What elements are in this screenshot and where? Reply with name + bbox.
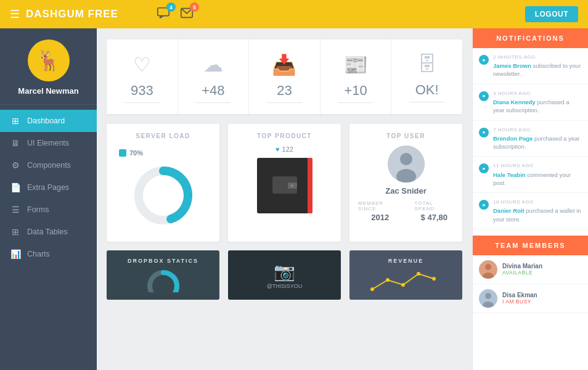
notifications-title: NOTIFICATIONS [473,28,588,48]
product-stripe [308,158,312,213]
chat-badge: 4 [166,2,176,12]
list-icon: ☰ [10,205,21,215]
instagram-icon: 📷 [274,261,295,282]
notif-time: 11 HOURS AGO [493,162,582,169]
notif-text-2: 3 HOURS AGO Diana Kennedy purchased a ye… [493,90,582,115]
heart-icon-small: ♥ [276,146,280,153]
top-product-title: TOP PRODUCT [237,133,332,139]
team-info-2: Disa Ekman I AM BUSY [502,292,537,305]
sidebar-item-data-tables[interactable]: ⊞ Data Tables [0,221,97,243]
team-member-1: Divina Marian AVAILABLE [473,255,588,284]
sidebar-item-label: UI Elements [27,139,69,147]
stats-row: ♡ 933 ☁ +48 📥 23 📰 +10 🗄 OK! [107,39,462,114]
mail-icon-button[interactable]: 5 [179,6,195,22]
team-members-title: TEAM MEMBERS [473,236,588,255]
notif-person[interactable]: Hale Teabin [493,171,526,178]
notif-time: 2 MINUTES AGO [493,54,582,60]
donut-chart [119,162,207,229]
main-content: ♡ 933 ☁ +48 📥 23 📰 +10 🗄 OK! [97,28,472,370]
user-stats-row: MEMBER SINCE 2012 TOTAL SPEND $ 47,80 [358,200,454,222]
notif-text-4: 11 HOURS AGO Hale Teabin commented your … [493,162,582,187]
notif-person[interactable]: Brendon Page [493,135,533,142]
team-member-2: Disa Ekman I AM BUSY [473,284,588,313]
menu-hamburger-icon[interactable]: ☰ [10,7,20,21]
sidebar-item-label: Extra Pages [27,183,69,192]
stat-likes-value: 933 [131,83,153,99]
stat-divider [196,102,231,103]
member-since-stat: MEMBER SINCE 2012 [358,200,402,222]
topbar: ☰ DASHGUM FREE 4 5 logout [0,0,588,28]
donut-label: 70% [119,149,143,157]
user-wrap: Zac Snider MEMBER SINCE 2012 TOTAL SPEND… [358,146,454,222]
stat-db: 🗄 OK! [391,39,462,114]
user-portrait [388,146,425,183]
chart-icon: 📊 [10,249,21,259]
profile-name: Marcel Newman [18,86,78,96]
notif-person[interactable]: James Brown [493,62,531,69]
sidebar-item-extra-pages[interactable]: 📄 Extra Pages [0,176,97,199]
svg-point-18 [485,264,491,270]
dropbox-title: DROPBOX STATICS [128,258,198,264]
stat-news: 📰 +10 [321,39,392,114]
stat-news-value: +10 [344,83,367,99]
sidebar-item-dashboard[interactable]: ⊞ Dashboard [0,110,97,132]
stat-cloud: ☁ +48 [178,39,250,114]
team-member-name: Divina Marian [502,263,542,269]
svg-point-8 [400,153,412,165]
top-user-title: TOP USER [358,133,454,139]
svg-point-16 [432,277,436,281]
instagram-handle: @THISISYOU [267,283,303,289]
app-title: DASHGUM FREE [26,8,118,20]
dashboard-icon: ⊞ [10,116,21,126]
newspaper-icon: 📰 [343,53,368,76]
stat-divider [409,102,444,102]
top-product-widget: TOP PRODUCT ♥ 122 [228,124,341,242]
sidebar-item-charts[interactable]: 📊 Charts [0,243,97,265]
stat-likes: ♡ 933 [107,39,178,114]
donut-indicator [119,149,126,157]
topbar-icons: 4 5 [155,6,195,22]
notif-person[interactable]: Danier Roit [493,207,525,214]
logout-button[interactable]: logout [525,6,578,22]
notification-item: ● 18 HOURS AGO Danier Roit purchased a w… [473,193,588,229]
notif-clock-icon: ● [479,55,489,65]
member-since-value: 2012 [371,213,389,222]
chat-icon-button[interactable]: 4 [155,6,171,22]
svg-point-14 [401,283,405,287]
right-panel: NOTIFICATIONS ● 2 MINUTES AGO James Brow… [472,28,588,370]
svg-point-6 [291,184,293,187]
team-member-name: Disa Ekman [502,292,537,298]
product-likes-value: 122 [282,146,293,153]
user-avatar [388,146,425,183]
sidebar-item-label: Forms [27,205,49,214]
stat-divider [125,102,160,103]
wallet-icon [269,170,300,201]
sidebar-item-forms[interactable]: ☰ Forms [0,199,97,221]
revenue-chart [369,268,443,292]
top-user-widget: TOP USER Zac Snider MEMBER SINCE 201 [349,124,462,242]
team-avatar-2 [479,289,497,308]
product-likes: ♥ 122 [276,146,293,153]
widget-row: SERVER LOAD 70% TOP PRODUCT [107,124,462,242]
sidebar-item-components[interactable]: ⚙ Components [0,154,97,176]
cloud-icon: ☁ [203,53,223,76]
notif-person[interactable]: Diana Kennedy [493,99,536,105]
server-load-widget: SERVER LOAD 70% [107,124,219,242]
sidebar-item-label: Data Tables [27,228,68,236]
team-avatar-1 [479,260,497,279]
sidebar-profile: 🦌 Marcel Newman [0,28,97,105]
server-load-title: SERVER LOAD [115,133,211,139]
svg-point-15 [417,272,420,276]
notif-clock-icon: ● [479,128,489,138]
instagram-widget: 📷 @THISISYOU [228,250,341,300]
notif-text-5: 18 HOURS AGO Danier Roit purchased a wal… [493,199,582,223]
notif-time: 18 HOURS AGO [493,199,582,205]
sidebar-item-label: Components [27,161,71,170]
svg-point-13 [386,278,390,282]
sidebar: 🦌 Marcel Newman ⊞ Dashboard 🖥 UI Element… [0,28,97,370]
notif-time: 3 HOURS AGO [493,90,582,97]
dropbox-mini-donut [145,268,182,292]
team-member-status: AVAILABLE [502,269,542,276]
notification-item: ● 11 HOURS AGO Hale Teabin commented you… [473,157,588,193]
sidebar-item-ui-elements[interactable]: 🖥 UI Elements [0,132,97,154]
